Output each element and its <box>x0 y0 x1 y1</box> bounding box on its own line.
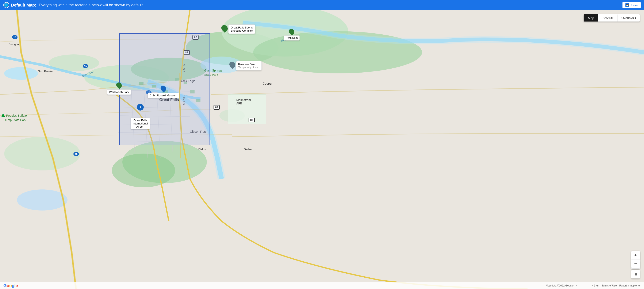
logo-o2: o <box>9 283 12 288</box>
map-view-button[interactable]: Map <box>584 14 598 22</box>
marker-label-cm-russell: C. M. Russell Museum <box>148 93 179 98</box>
map-svg <box>0 10 644 289</box>
terms-link[interactable]: Terms of Use <box>602 284 617 287</box>
zoom-buttons: + − <box>631 251 640 268</box>
marker-rainbow-dam: Rainbow DamTemporarily closed <box>230 61 262 70</box>
marker-label-airport: Great FallsInternationalAirport <box>131 118 150 129</box>
marker-label-ryan-dam: Ryan Dam <box>284 36 300 40</box>
scale-bar: 2 km <box>576 284 599 287</box>
shield-i15-mid: 15 <box>83 64 88 68</box>
svg-point-12 <box>17 190 68 210</box>
shield-i15-farsouth: 15 <box>74 152 79 156</box>
satellite-view-button[interactable]: Satellite <box>598 14 618 22</box>
logo-o1: o <box>7 283 9 288</box>
pin-rainbow-dam <box>228 60 236 69</box>
marker-cm-russell: C. M. Russell Museum <box>148 86 179 98</box>
bottom-bar: Google Map data ©2022 Google 2 km Terms … <box>0 282 644 289</box>
view-toggle: Map Satellite Overlays ▾ <box>584 14 640 22</box>
zoom-out-button[interactable]: − <box>631 260 640 268</box>
overlays-button[interactable]: Overlays ▾ <box>618 14 640 22</box>
logo-g1: G <box>4 283 7 288</box>
marker-wadsworth-park: Wadsworth Park <box>107 82 131 95</box>
svg-rect-20 <box>228 94 266 124</box>
logo-e: e <box>16 283 18 288</box>
pin-wadsworth-park <box>115 82 123 89</box>
svg-point-9 <box>4 67 38 80</box>
layers-control[interactable]: ▦ <box>631 270 640 278</box>
scale-label: 2 km <box>594 284 599 287</box>
logo-g2: g <box>12 283 14 288</box>
marker-airport: ✈ Great FallsInternationalAirport <box>131 107 150 129</box>
header-left: 🌐 Default Map: Everything within the rec… <box>4 2 143 8</box>
shield-i15-north: 15 <box>12 35 18 39</box>
google-logo: Google <box>4 283 18 288</box>
map-data-label: Map data ©2022 Google <box>546 284 574 287</box>
shield-us87-east: 87 <box>214 105 220 110</box>
airport-pin: ✈ <box>137 104 144 110</box>
bottom-right: Map data ©2022 Google 2 km Terms of Use … <box>546 284 640 287</box>
save-icon: 💾 <box>626 3 629 7</box>
marker-ryan-dam: Ryan Dam <box>284 29 300 40</box>
marker-label-rainbow-dam: Rainbow DamTemporarily closed <box>236 61 262 70</box>
map-controls: Map Satellite Overlays ▾ <box>584 14 640 22</box>
header-bar: 🌐 Default Map: Everything within the rec… <box>0 0 644 10</box>
globe-icon: 🌐 <box>4 2 9 8</box>
map-container[interactable]: Vaughn Sun Prairie Great Falls Black Eag… <box>0 10 644 289</box>
marker-great-falls-sports: Great Falls SportsShooting Complex <box>222 24 255 34</box>
svg-point-8 <box>112 154 175 187</box>
pin-ryan-dam <box>288 28 296 36</box>
scale-line <box>576 286 593 286</box>
pin-cm-russell <box>160 85 167 92</box>
header-title: Default Map: <box>11 3 36 8</box>
save-label: Save <box>630 4 638 7</box>
marker-label-wadsworth: Wadsworth Park <box>107 90 131 95</box>
save-button[interactable]: 💾 Save <box>622 2 640 8</box>
zoom-in-button[interactable]: + <box>631 251 640 260</box>
report-error-link[interactable]: Report a map error <box>619 284 640 287</box>
pin-great-falls-sports <box>220 24 229 33</box>
marker-label-great-falls-sports: Great Falls SportsShooting Complex <box>228 24 255 34</box>
svg-point-6 <box>4 137 80 170</box>
header-subtitle: Everything within the rectangle below wi… <box>39 3 143 8</box>
shield-us87-se: 87 <box>248 118 255 122</box>
